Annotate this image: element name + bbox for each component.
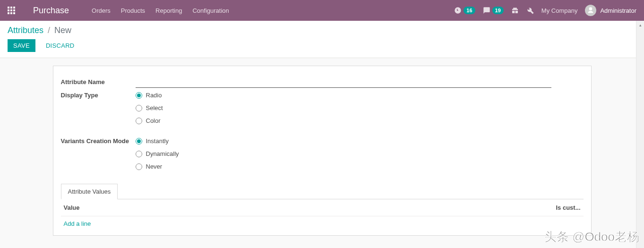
company-label[interactable]: My Company bbox=[541, 7, 578, 14]
navbar-right: 16 19 My Company Administrator bbox=[454, 5, 636, 16]
tab-content: Value Is cust... Add a line bbox=[61, 199, 584, 231]
variants-mode-never[interactable]: Never bbox=[136, 163, 584, 170]
variants-mode-instantly[interactable]: Instantly bbox=[136, 137, 584, 145]
form-sheet: Attribute Name Display Type Radio Select bbox=[53, 66, 592, 236]
notebook: Attribute Values Value Is cust... Add a … bbox=[61, 183, 584, 231]
nav-menu-reporting[interactable]: Reporting bbox=[155, 7, 182, 14]
gift-icon[interactable] bbox=[511, 7, 519, 14]
add-line-row: Add a line bbox=[61, 216, 584, 231]
breadcrumb-current: New bbox=[54, 26, 71, 35]
top-navbar: Purchase Orders Products Reporting Confi… bbox=[0, 0, 644, 21]
nav-menu: Orders Products Reporting Configuration bbox=[92, 7, 229, 14]
wrench-icon[interactable] bbox=[526, 7, 534, 14]
label-attribute-name: Attribute Name bbox=[61, 77, 136, 86]
display-type-select[interactable]: Select bbox=[136, 104, 584, 111]
list-header: Value Is cust... bbox=[61, 199, 584, 216]
radio-icon bbox=[136, 105, 142, 111]
main-area: Attribute Name Display Type Radio Select bbox=[0, 58, 644, 236]
display-type-color[interactable]: Color bbox=[136, 117, 584, 124]
save-button[interactable]: Save bbox=[8, 39, 35, 52]
variants-mode-dynamically[interactable]: Dynamically bbox=[136, 150, 584, 157]
tab-bar: Attribute Values bbox=[61, 183, 584, 199]
user-name: Administrator bbox=[600, 7, 636, 14]
user-menu[interactable]: Administrator bbox=[585, 5, 636, 16]
user-icon bbox=[587, 7, 594, 14]
activities-button[interactable]: 16 bbox=[454, 7, 475, 14]
messages-count: 19 bbox=[492, 7, 504, 14]
control-panel: Attributes / New Save Discard bbox=[0, 21, 644, 58]
label-display-type: Display Type bbox=[61, 91, 136, 99]
breadcrumb-root[interactable]: Attributes bbox=[8, 26, 43, 35]
radio-label: Dynamically bbox=[146, 150, 179, 157]
radio-icon bbox=[136, 163, 142, 170]
scroll-up-icon[interactable]: ▴ bbox=[636, 21, 644, 29]
tab-attribute-values[interactable]: Attribute Values bbox=[61, 184, 118, 199]
label-variants-mode: Variants Creation Mode bbox=[61, 137, 136, 145]
clock-icon bbox=[454, 7, 462, 14]
scrollbar[interactable]: ▴ bbox=[636, 21, 644, 236]
button-bar: Save Discard bbox=[8, 39, 636, 52]
nav-menu-products[interactable]: Products bbox=[121, 7, 145, 14]
breadcrumb-separator: / bbox=[48, 26, 50, 35]
display-type-group: Radio Select Color bbox=[136, 91, 584, 124]
col-value[interactable]: Value bbox=[64, 204, 543, 211]
radio-icon bbox=[136, 118, 142, 124]
col-is-custom[interactable]: Is cust... bbox=[543, 204, 581, 211]
radio-label: Color bbox=[146, 117, 161, 124]
avatar bbox=[585, 5, 596, 16]
nav-menu-orders[interactable]: Orders bbox=[92, 7, 111, 14]
radio-icon bbox=[136, 138, 142, 145]
navbar-left: Purchase Orders Products Reporting Confi… bbox=[8, 6, 229, 16]
radio-label: Select bbox=[146, 104, 163, 111]
discard-button[interactable]: Discard bbox=[40, 39, 80, 52]
app-brand[interactable]: Purchase bbox=[33, 6, 69, 16]
radio-icon bbox=[136, 151, 142, 157]
radio-label: Never bbox=[146, 163, 163, 170]
messages-button[interactable]: 19 bbox=[483, 7, 504, 14]
field-display-type: Display Type Radio Select Color bbox=[61, 91, 584, 124]
field-variants-mode: Variants Creation Mode Instantly Dynamic… bbox=[61, 137, 584, 170]
field-attribute-name: Attribute Name bbox=[61, 77, 584, 88]
apps-icon[interactable] bbox=[8, 7, 15, 14]
chat-icon bbox=[483, 7, 490, 14]
activities-count: 16 bbox=[464, 7, 475, 14]
radio-label: Radio bbox=[146, 92, 162, 99]
breadcrumb: Attributes / New bbox=[8, 26, 636, 35]
attribute-name-input[interactable] bbox=[136, 77, 551, 88]
add-line-link[interactable]: Add a line bbox=[64, 220, 91, 227]
variants-mode-group: Instantly Dynamically Never bbox=[136, 137, 584, 170]
radio-icon bbox=[136, 92, 142, 99]
nav-menu-configuration[interactable]: Configuration bbox=[192, 7, 229, 14]
radio-label: Instantly bbox=[146, 137, 169, 145]
display-type-radio[interactable]: Radio bbox=[136, 92, 584, 99]
